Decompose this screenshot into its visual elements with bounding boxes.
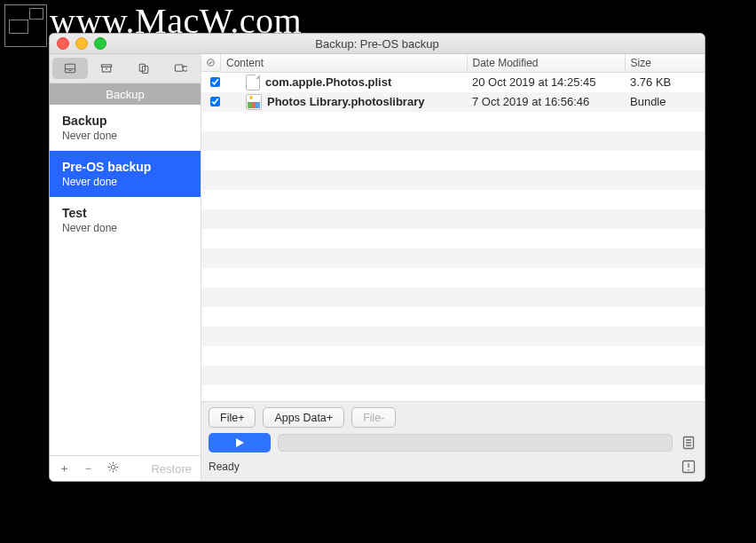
row-checkbox[interactable] — [210, 97, 220, 106]
col-date-header[interactable]: Date Modified — [467, 54, 625, 72]
app-window: Backup: Pre-OS backup Backup — [49, 33, 705, 482]
mode-backup-tab[interactable] — [52, 58, 88, 79]
stack-icon — [137, 61, 151, 75]
row-filename: com.apple.Photos.plist — [265, 75, 391, 89]
sidebar-item-test[interactable]: Test Never done — [50, 197, 201, 243]
sidebar-item-name: Pre-OS backup — [62, 160, 188, 174]
box-icon — [99, 61, 114, 75]
col-content-header[interactable]: Content — [221, 54, 467, 72]
file-table: Content Date Modified Size — [201, 54, 705, 401]
window-title: Backup: Pre-OS backup — [315, 37, 438, 51]
main-panel: Content Date Modified Size — [201, 54, 705, 481]
mode-sync-tab[interactable] — [126, 58, 161, 79]
mode-schedule-tab[interactable] — [163, 58, 199, 79]
minimize-window-button[interactable] — [75, 37, 88, 50]
sidebar-item-name: Test — [62, 206, 188, 220]
progress-bar — [278, 434, 673, 452]
sidebar-item-name: Backup — [62, 114, 188, 128]
row-date: 20 Oct 2019 at 14:25:45 — [467, 72, 625, 92]
sync-window-icon — [173, 61, 187, 75]
sidebar-item-subtitle: Never done — [62, 222, 188, 234]
photos-library-icon — [246, 94, 262, 110]
row-size: Bundle — [625, 92, 705, 112]
log-button[interactable] — [680, 434, 697, 452]
close-window-button[interactable] — [57, 37, 69, 50]
play-icon — [234, 437, 245, 448]
titlebar[interactable]: Backup: Pre-OS backup — [50, 34, 705, 54]
zoom-window-button[interactable] — [94, 37, 106, 50]
file-add-button[interactable]: File+ — [209, 407, 256, 428]
status-text: Ready — [209, 460, 240, 473]
restore-button[interactable]: Restore — [151, 462, 192, 476]
settings-button[interactable] — [106, 460, 120, 476]
table-row[interactable]: Photos Library.photoslibrary 7 Oct 2019 … — [201, 92, 705, 112]
row-date: 7 Oct 2019 at 16:56:46 — [467, 92, 625, 112]
svg-rect-0 — [65, 64, 75, 73]
svg-rect-5 — [176, 65, 184, 71]
gear-icon — [106, 460, 120, 474]
document-lines-icon — [681, 436, 696, 450]
file-remove-button[interactable]: File- — [351, 407, 396, 428]
sidebar-item-backup[interactable]: Backup Never done — [50, 105, 201, 151]
col-check-header[interactable] — [201, 54, 221, 72]
bottom-toolbar: File+ Apps Data+ File- Ready — [201, 401, 705, 481]
run-backup-button[interactable] — [209, 433, 271, 452]
row-checkbox[interactable] — [210, 77, 220, 87]
sidebar-footer: ＋ － Restore — [50, 455, 201, 481]
apps-data-add-button[interactable]: Apps Data+ — [263, 407, 344, 428]
alert-icon — [681, 460, 696, 474]
alert-button[interactable] — [680, 458, 697, 476]
row-filename: Photos Library.photoslibrary — [267, 95, 424, 108]
sidebar-item-subtitle: Never done — [62, 130, 188, 142]
table-row[interactable]: com.apple.Photos.plist 20 Oct 2019 at 14… — [201, 72, 705, 92]
sidebar-item-pre-os-backup[interactable]: Pre-OS backup Never done — [50, 151, 201, 197]
add-backup-button[interactable]: ＋ — [59, 460, 70, 476]
check-circle-icon — [207, 58, 215, 67]
sidebar-heading: Backup — [50, 83, 201, 105]
file-table-wrapper: Content Date Modified Size — [201, 54, 705, 401]
sidebar-item-subtitle: Never done — [62, 176, 188, 188]
col-size-header[interactable]: Size — [625, 54, 705, 72]
row-size: 3.76 KB — [625, 72, 705, 92]
document-icon — [246, 75, 260, 90]
traffic-lights — [57, 37, 106, 50]
sidebar-mode-segment — [50, 54, 201, 83]
mode-archive-tab[interactable] — [90, 58, 125, 79]
svg-point-6 — [111, 465, 115, 469]
sidebar-list: Backup Never done Pre-OS backup Never do… — [50, 105, 201, 455]
remove-backup-button[interactable]: － — [83, 460, 94, 476]
drawer-icon — [63, 61, 77, 75]
sidebar: Backup Backup Never done Pre-OS backup N… — [50, 54, 201, 481]
svg-point-10 — [688, 469, 689, 471]
watermark-logo — [4, 4, 47, 47]
